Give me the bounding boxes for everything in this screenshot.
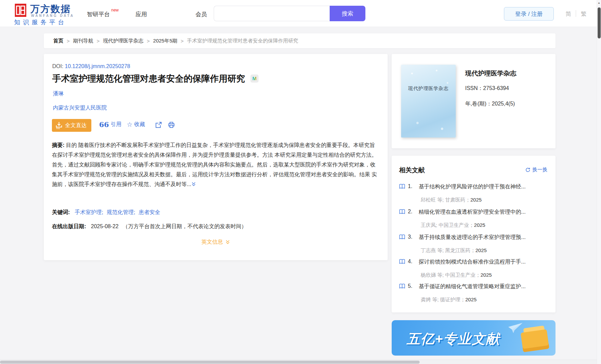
journal-card: 现代护理医学杂志 现代护理医学杂志 ISSN：2753-6394 年,卷(期)：… bbox=[392, 54, 555, 148]
refresh-icon bbox=[525, 167, 531, 173]
related-item-meta: 丁志燕 等; 黑龙江医药；2025 bbox=[421, 247, 487, 254]
related-item-meta: 龚娉 等; 循证护理；2025 bbox=[421, 297, 477, 303]
free-download-icon: free bbox=[55, 121, 63, 129]
breadcrumb: 首页 > 期刊导航 > 现代护理医学杂志 > 2025年5期 > 手术室护理规范… bbox=[44, 33, 555, 48]
english-info-toggle[interactable]: 英文信息 bbox=[44, 239, 388, 246]
quote-icon: 66 bbox=[99, 121, 109, 128]
journal-name-link[interactable]: 现代护理医学杂志 bbox=[465, 69, 516, 78]
book-icon bbox=[399, 283, 405, 289]
banner-text: 五亿+专业文献 bbox=[407, 330, 500, 348]
keyword-link[interactable]: 规范化管理; bbox=[107, 209, 135, 215]
article-title: 手术室护理规范化管理对患者安全的保障作用研究M bbox=[52, 73, 259, 85]
vertical-scrollbar[interactable]: ▲ bbox=[597, 0, 601, 364]
breadcrumb-current: 手术室护理规范化管理对患者安全的保障作用研究 bbox=[187, 38, 298, 44]
books-illustration bbox=[518, 325, 548, 352]
keywords-row: 关键词: 手术室护理; 规范化管理; 患者安全 bbox=[52, 209, 162, 216]
book-icon bbox=[399, 259, 405, 265]
journal-issn: ISSN：2753-6394 bbox=[465, 85, 509, 92]
refresh-related-button[interactable]: 换一换 bbox=[525, 166, 547, 173]
scroll-up-arrow[interactable]: ▲ bbox=[598, 1, 600, 4]
search-button[interactable]: 搜索 bbox=[330, 6, 365, 21]
breadcrumb-issue[interactable]: 2025年5期 bbox=[153, 38, 177, 44]
chevron-double-down-icon bbox=[225, 240, 230, 245]
print-button[interactable] bbox=[168, 121, 175, 130]
action-bar: free 全文直达 66 引用 ☆ 收藏 bbox=[52, 119, 375, 132]
breadcrumb-separator: > bbox=[97, 38, 100, 44]
fulltext-button[interactable]: free 全文直达 bbox=[52, 119, 91, 132]
new-badge: new bbox=[111, 8, 119, 12]
journal-volume: 年,卷(期)：2025,4(5) bbox=[465, 100, 515, 108]
journal-cover[interactable]: 现代护理医学杂志 bbox=[401, 65, 456, 138]
related-item-title[interactable]: 3. 基于持续质量改进理论的手术室护理管理预... bbox=[399, 234, 547, 241]
doi-row: DOI: 10.12208/j.jmnm.20250278 bbox=[52, 63, 130, 69]
keyword-link[interactable]: 患者安全 bbox=[139, 209, 160, 215]
breadcrumb-journal[interactable]: 现代护理医学杂志 bbox=[103, 38, 144, 44]
cover-pattern bbox=[401, 65, 456, 138]
related-item-title[interactable]: 5. 基于循证的精细化气道管理策略对重症监护... bbox=[399, 283, 547, 290]
doi-label: DOI: bbox=[52, 63, 63, 69]
horizontal-scrollbar[interactable] bbox=[0, 360, 601, 364]
lang-simplified[interactable]: 简 bbox=[566, 10, 571, 18]
online-date-note: （万方平台首次上网日期，不代表论文的发表时间） bbox=[123, 223, 247, 229]
promo-banner[interactable]: 五亿+专业文献 bbox=[392, 320, 555, 356]
related-title: 相关文献 bbox=[399, 166, 425, 175]
book-icon bbox=[399, 184, 405, 189]
page: 万方数据 WANFANG DATA 知识服务平台 智研平台 new 应用 会员 … bbox=[0, 0, 601, 364]
share-button[interactable] bbox=[155, 121, 162, 130]
breadcrumb-separator: > bbox=[181, 38, 184, 44]
affiliation-link[interactable]: 内蒙古兴安盟人民医院 bbox=[53, 104, 107, 112]
favorite-button[interactable]: ☆ 收藏 bbox=[127, 121, 145, 128]
login-register-button[interactable]: 登录 / 注册 bbox=[504, 7, 554, 21]
nav-apps[interactable]: 应用 bbox=[136, 10, 147, 18]
lang-traditional[interactable]: 繁 bbox=[581, 10, 587, 18]
horizontal-scrollbar-thumb[interactable] bbox=[0, 361, 420, 364]
nav-zhiyan-platform[interactable]: 智研平台 new bbox=[87, 10, 110, 18]
lang-divider bbox=[576, 10, 576, 17]
star-icon: ☆ bbox=[127, 121, 132, 128]
article-card: DOI: 10.12208/j.jmnm.20250278 手术室护理规范化管理… bbox=[44, 54, 388, 260]
author-link[interactable]: 潘琳 bbox=[53, 90, 64, 97]
vertical-scrollbar-thumb[interactable] bbox=[598, 7, 601, 38]
expand-abstract-icon[interactable] bbox=[191, 182, 196, 187]
book-icon bbox=[399, 234, 405, 240]
related-item-title[interactable]: 1. 基于结构化护理风险评估的护理干预在神经... bbox=[399, 183, 547, 190]
related-item-meta: 邱松旺 等; 甘肃医药；2025 bbox=[421, 197, 482, 203]
nav-member[interactable]: 会员 bbox=[196, 10, 207, 18]
svg-text:free: free bbox=[56, 127, 60, 129]
cite-button[interactable]: 66 引用 bbox=[99, 121, 121, 128]
related-item-title[interactable]: 4. 探讨前馈控制模式结合标准作业流程用于手... bbox=[399, 259, 547, 266]
keywords-label: 关键词: bbox=[52, 209, 70, 215]
related-item-meta: 杨欣娣 等; 中国卫生产业；2025 bbox=[421, 272, 492, 278]
abstract-text: 目的 随着医疗技术的不断发展和手术室护理工作的日益复杂，手术室护理规范化管理逐渐… bbox=[52, 142, 377, 187]
search-input[interactable] bbox=[214, 6, 330, 21]
logo-subtitle: WANFANG DATA bbox=[31, 14, 74, 18]
breadcrumb-journal-nav[interactable]: 期刊导航 bbox=[73, 38, 93, 44]
breadcrumb-home[interactable]: 首页 bbox=[53, 38, 63, 44]
online-date-label: 在线出版日期: bbox=[52, 223, 86, 229]
m-badge-icon[interactable]: M bbox=[250, 74, 259, 83]
wanfang-logo-icon[interactable] bbox=[15, 4, 26, 17]
abstract-label: 摘要: bbox=[52, 142, 64, 148]
online-date-value: 2025-08-22 bbox=[91, 223, 119, 229]
breadcrumb-separator: > bbox=[67, 38, 70, 44]
header: 万方数据 WANFANG DATA 知识服务平台 智研平台 new 应用 会员 … bbox=[0, 0, 601, 27]
breadcrumb-separator: > bbox=[147, 38, 150, 44]
book-icon bbox=[399, 209, 405, 215]
doi-link[interactable]: 10.12208/j.jmnm.20250278 bbox=[65, 63, 130, 69]
related-literature-card: 相关文献 换一换 1. 基于结构化护理风险评估的护理干预在神经... 邱松旺 等… bbox=[392, 156, 555, 312]
share-icon bbox=[155, 121, 162, 128]
journal-cover-title: 现代护理医学杂志 bbox=[401, 86, 456, 92]
related-item-title[interactable]: 2. 精细化管理在血液透析室护理安全管理中的... bbox=[399, 209, 547, 216]
related-item-meta: 王庆凤; 中国卫生产业；2025 bbox=[421, 222, 485, 229]
keyword-link[interactable]: 手术室护理; bbox=[75, 209, 103, 215]
abstract: 摘要: 目的 随着医疗技术的不断发展和手术室护理工作的日益复杂，手术室护理规范化… bbox=[52, 140, 380, 189]
logo-tagline: 知识服务平台 bbox=[14, 18, 67, 26]
printer-icon bbox=[168, 121, 175, 128]
online-date-row: 在线出版日期: 2025-08-22 （万方平台首次上网日期，不代表论文的发表时… bbox=[52, 223, 247, 230]
